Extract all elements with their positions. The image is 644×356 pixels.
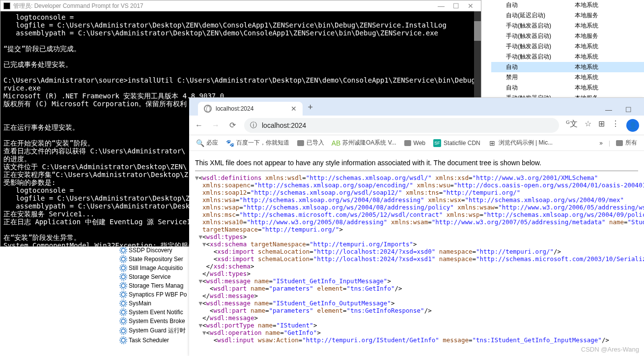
bookmark-baidu[interactable]: 🐾百度一下，你就知道 bbox=[226, 139, 289, 147]
forward-button[interactable]: → bbox=[211, 121, 221, 130]
tab-strip: localhost:2024 ✕ + — ☐ bbox=[189, 98, 644, 116]
service-item[interactable]: System Guard 运行时 bbox=[118, 326, 196, 336]
back-button[interactable]: ← bbox=[194, 121, 204, 130]
tab-title: localhost:2024 bbox=[216, 105, 253, 112]
maximize-button[interactable]: ☐ bbox=[448, 2, 463, 10]
service-item[interactable]: SSDP Discovery bbox=[118, 246, 196, 255]
cmd-icon bbox=[3, 2, 10, 9]
gear-icon bbox=[120, 282, 127, 289]
profile-avatar[interactable]: 👤 bbox=[626, 119, 639, 132]
extensions-icon[interactable]: ⊞ bbox=[598, 119, 605, 132]
service-item[interactable]: System Events Broke bbox=[118, 317, 196, 326]
service-row[interactable]: 自动本地系统 bbox=[491, 83, 644, 93]
gear-icon bbox=[120, 273, 127, 280]
bookmark-imported[interactable]: 已导入 bbox=[297, 139, 324, 147]
service-row[interactable]: 自动本地系统 bbox=[491, 0, 644, 10]
gear-icon bbox=[120, 300, 127, 307]
service-row[interactable]: 自动本地系统 bbox=[491, 62, 644, 72]
info-icon: ⓘ bbox=[250, 121, 257, 130]
service-item[interactable]: Task Scheduler bbox=[118, 336, 196, 345]
cmd-title-text: 管理员: Developer Command Prompt for VS 201… bbox=[13, 2, 143, 10]
service-item[interactable]: Synaptics FP WBF Po bbox=[118, 290, 196, 299]
bookmark-all[interactable]: 所有 bbox=[616, 139, 637, 147]
service-item[interactable]: State Repository Ser bbox=[118, 255, 196, 264]
service-item[interactable]: SysMain bbox=[118, 299, 196, 308]
service-row[interactable]: 手动(触发器启动)本地服务 bbox=[491, 31, 644, 41]
gear-icon bbox=[120, 309, 127, 316]
bookmark-suzhou[interactable]: AB苏州诚隆OA系统 V... bbox=[332, 139, 396, 147]
close-button[interactable]: ✕ bbox=[463, 2, 478, 10]
address-bar: ← → ⟳ ⓘ localhost:2024 ᴳ文 ☆ ⊞ ⋮ 👤 bbox=[189, 116, 644, 135]
minimize-button[interactable]: — bbox=[434, 2, 448, 10]
service-row[interactable]: 手动(触发器启动)本地系统 bbox=[491, 52, 644, 62]
gear-icon bbox=[120, 337, 127, 344]
xml-banner: This XML file does not appear to have an… bbox=[195, 155, 638, 171]
watermark: CSDN @Ares-Wang bbox=[581, 346, 639, 353]
url-input[interactable]: ⓘ localhost:2024 bbox=[244, 118, 559, 133]
bookmark-browse[interactable]: ⊞浏览代码示例 | Mic... bbox=[488, 139, 553, 147]
services-tree: SSDP DiscoveryState Repository SerStill … bbox=[118, 246, 196, 345]
gear-icon bbox=[120, 256, 127, 263]
browser-minimize-button[interactable]: — bbox=[601, 106, 616, 114]
service-item[interactable]: Storage Tiers Manag bbox=[118, 281, 196, 290]
bookmark-biying[interactable]: 🔍必应 bbox=[196, 139, 218, 147]
gear-icon bbox=[120, 265, 127, 271]
gear-icon bbox=[120, 291, 127, 298]
service-item[interactable]: Still Image Acquisitio bbox=[118, 264, 196, 272]
globe-icon bbox=[204, 105, 212, 113]
bookmark-star-icon[interactable]: ☆ bbox=[585, 119, 591, 132]
bookmark-staticfile[interactable]: SFStaticfile CDN bbox=[433, 139, 480, 147]
translate-icon[interactable]: ᴳ文 bbox=[566, 119, 578, 132]
service-row[interactable]: 自动(延迟启动)本地服务 bbox=[491, 10, 644, 21]
cmd-scroll-thumb[interactable] bbox=[474, 21, 481, 41]
xml-tree: ▼<wsdl:definitions xmlns:wsdl="http://sc… bbox=[195, 174, 638, 344]
browser-maximize-button[interactable]: ☐ bbox=[620, 106, 636, 114]
services-startup-table: 自动本地系统自动(延迟启动)本地服务手动(触发器启动)本地系统手动(触发器启动)… bbox=[491, 0, 644, 103]
service-item[interactable]: Storage Service bbox=[118, 272, 196, 281]
menu-icon[interactable]: ⋮ bbox=[612, 119, 619, 132]
browser-window: localhost:2024 ✕ + — ☐ ← → ⟳ ⓘ localhost… bbox=[189, 97, 644, 356]
cmd-titlebar[interactable]: 管理员: Developer Command Prompt for VS 201… bbox=[0, 0, 481, 11]
service-row[interactable]: 手动(触发器启动)本地系统 bbox=[491, 41, 644, 52]
tab-close-button[interactable]: ✕ bbox=[291, 105, 297, 113]
gear-icon bbox=[120, 247, 127, 254]
bookmarks-overflow[interactable]: » bbox=[599, 140, 603, 147]
browser-tab[interactable]: localhost:2024 ✕ bbox=[198, 102, 303, 116]
bookmarks-bar: 🔍必应 🐾百度一下，你就知道 已导入 AB苏州诚隆OA系统 V... Web S… bbox=[189, 135, 644, 151]
new-tab-button[interactable]: + bbox=[303, 99, 318, 116]
gear-icon bbox=[120, 318, 127, 325]
url-text: localhost:2024 bbox=[262, 121, 306, 129]
service-item[interactable]: System Event Notific bbox=[118, 308, 196, 317]
service-row[interactable]: 禁用本地系统 bbox=[491, 72, 644, 83]
page-content[interactable]: This XML file does not appear to have an… bbox=[189, 151, 644, 356]
bookmark-web[interactable]: Web bbox=[404, 140, 425, 147]
gear-icon bbox=[120, 327, 127, 334]
reload-button[interactable]: ⟳ bbox=[227, 120, 237, 130]
service-row[interactable]: 手动(触发器启动)本地系统 bbox=[491, 21, 644, 31]
